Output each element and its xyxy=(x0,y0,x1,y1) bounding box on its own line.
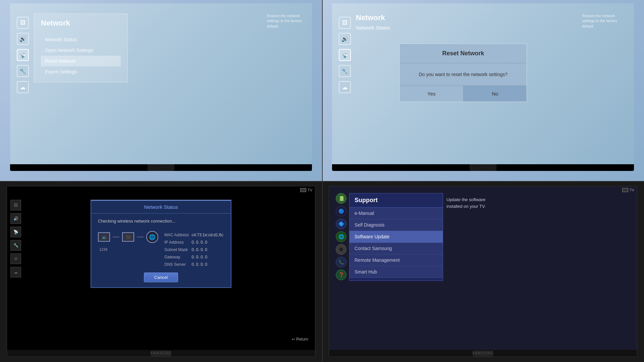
router-box: 📺 xyxy=(98,232,110,242)
tr-main-content: Network Network Status Reset Network Do … xyxy=(356,13,627,34)
tv-base-tr xyxy=(470,164,496,171)
dns-value: 0. 0. 0. 0 xyxy=(192,261,223,268)
tv-screen-top-right: 🖼 🔊 📡 🔧 ☁ Network Network Status Reset N… xyxy=(332,3,634,164)
gateway-row: Gateway 0. 0. 0. 0 xyxy=(164,254,223,260)
support-sidebar-icon-5[interactable]: 📞 xyxy=(336,257,346,267)
mac-row: MAC Address c4:73:1e:cd:d1:6c xyxy=(164,232,223,238)
network-labels-row: 1234 xyxy=(99,246,158,251)
support-item-emanual[interactable]: e-Manual xyxy=(350,207,443,219)
quadrant-top-right: 🖼 🔊 📡 🔧 ☁ Network Network Status Reset N… xyxy=(322,0,644,181)
bl-sidebar-2[interactable]: 🔊 xyxy=(10,213,21,224)
tv-screen-top-left: 🖼 🔊 📡 🔧 ☁ Network Network Status Open Ne… xyxy=(10,3,312,164)
bl-top-bar: TV xyxy=(300,188,312,192)
reset-yes-button[interactable]: Yes xyxy=(400,86,464,102)
support-item-self-diagnosis[interactable]: Self Diagnosis xyxy=(350,219,443,231)
menu-item-network-status-tl[interactable]: Network Status xyxy=(41,34,121,45)
support-sidebar-icon-3[interactable]: 🌐 xyxy=(336,231,346,242)
sidebar-icon-picture[interactable]: 🖼 xyxy=(17,17,29,29)
support-item-contact-samsung[interactable]: Contact Samsung xyxy=(350,243,443,254)
support-sidebar-icon-0[interactable]: 📗 xyxy=(336,193,346,204)
return-bar: ↩ Return xyxy=(292,337,308,342)
sidebar-icon-settings[interactable]: 🔧 xyxy=(17,65,29,77)
support-menu: Support e-Manual Self Diagnosis Software… xyxy=(349,193,443,281)
tv-frame-top-left: 🖼 🔊 📡 🔧 ☁ Network Network Status Open Ne… xyxy=(10,3,312,171)
br-tv-label: TV xyxy=(630,188,634,192)
bl-sidebar-1[interactable]: 🖼 xyxy=(10,200,21,210)
bl-sidebar-4[interactable]: 🔧 xyxy=(10,240,21,251)
network-description-tl: Restore the network settings to the fact… xyxy=(267,13,302,29)
bl-sidebar-5[interactable]: ⚙ xyxy=(10,253,21,264)
network-diagram: 📺 ⬛ 🌐 xyxy=(98,228,158,251)
br-top-bar: TV xyxy=(622,188,634,192)
menu-item-open-network-tl[interactable]: Open Network Settings xyxy=(41,45,121,56)
bl-sidebar-6[interactable]: ☁ xyxy=(10,267,21,278)
support-sidebar-icon-1[interactable]: 🔵 xyxy=(336,206,346,217)
horizontal-divider xyxy=(0,181,644,182)
globe-icon: 🌐 xyxy=(146,231,158,243)
samsung-label-br: SAMSUNG xyxy=(472,351,494,355)
network-description-tr: Restore the network settings to the fact… xyxy=(582,13,617,29)
network-id-label: 1234 xyxy=(99,247,107,251)
network-cancel-button[interactable]: Cancel xyxy=(144,273,178,282)
network-status-dialog-body: Checking wireless network connection... … xyxy=(91,214,231,287)
quadrant-top-left: 🖼 🔊 📡 🔧 ☁ Network Network Status Open Ne… xyxy=(0,0,322,181)
sidebar-icon-picture-tr[interactable]: 🖼 xyxy=(339,17,351,29)
switch-box: ⬛ xyxy=(122,232,134,242)
gateway-value: 0. 0. 0. 0 xyxy=(192,254,223,260)
menu-item-expert-settings-tl[interactable]: Expert Settings xyxy=(41,66,121,77)
support-sidebar-icon-6[interactable]: ❓ xyxy=(336,269,346,280)
support-item-remote-management[interactable]: Remote Management xyxy=(350,254,443,266)
tv-screen-bottom-right: TV 📗 🔵 🔷 🌐 ⚙ 📞 ❓ Support e-Manual Self D… xyxy=(329,186,637,350)
samsung-label-bl: SAMSUNG xyxy=(150,351,172,355)
sidebar-icon-support[interactable]: ☁ xyxy=(17,81,29,93)
menu-item-reset-network-tl[interactable]: Reset Network xyxy=(41,56,121,66)
dns-row: DNS Server 0. 0. 0. 0 xyxy=(164,261,223,268)
mac-label: MAC Address xyxy=(164,232,191,238)
sidebar-icon-settings-tr[interactable]: 🔧 xyxy=(339,65,351,77)
support-sidebar-icon-2[interactable]: 🔷 xyxy=(336,219,346,229)
br-tv-icon xyxy=(622,188,628,192)
return-text: ↩ Return xyxy=(292,337,308,342)
quadrant-bottom-right: TV 📗 🔵 🔷 🌐 ⚙ 📞 ❓ Support e-Manual Self D… xyxy=(322,181,644,362)
reset-dialog-buttons: Yes No xyxy=(400,85,527,102)
globe-node: 🌐 xyxy=(146,231,158,243)
reset-no-button[interactable]: No xyxy=(464,86,527,102)
network-diagram-row: 📺 ⬛ 🌐 xyxy=(98,231,158,243)
support-menu-title: Support xyxy=(350,193,443,207)
gateway-label: Gateway xyxy=(164,254,191,260)
bl-tv-icon xyxy=(300,188,306,192)
reset-network-dialog: Reset Network Do you want to reset the n… xyxy=(399,44,527,102)
network-status-dialog: Network Status Checking wireless network… xyxy=(91,200,231,288)
tv-sidebar-tl: 🖼 🔊 📡 🔧 ☁ xyxy=(17,17,29,93)
sidebar-icon-support-tr[interactable]: ☁ xyxy=(339,81,351,93)
tv-frame-top-right: 🖼 🔊 📡 🔧 ☁ Network Network Status Reset N… xyxy=(332,3,634,171)
support-item-software-update[interactable]: Software Update xyxy=(350,231,443,243)
support-description: Update the software installed on your TV… xyxy=(446,196,486,209)
tv-sidebar-tr: 🖼 🔊 📡 🔧 ☁ xyxy=(339,17,351,93)
network-status-dialog-title: Network Status xyxy=(91,201,231,214)
sidebar-icon-sound-tr[interactable]: 🔊 xyxy=(339,33,351,45)
subnet-row: Subnet Mask 0. 0. 0. 0 xyxy=(164,246,223,253)
tv-base-tl xyxy=(148,164,174,171)
bl-sidebar: 🖼 🔊 📡 🔧 ⚙ ☁ xyxy=(10,200,21,278)
sidebar-icon-network-tr[interactable]: 📡 xyxy=(339,49,351,61)
checking-text: Checking wireless network connection... xyxy=(98,219,224,224)
sidebar-icon-network[interactable]: 📡 xyxy=(17,49,29,61)
support-sidebar-icon-4[interactable]: ⚙ xyxy=(336,244,346,255)
support-sidebar-icons: 📗 🔵 🔷 🌐 ⚙ 📞 ❓ xyxy=(336,193,346,280)
network-title-tl: Network xyxy=(41,19,121,27)
bl-sidebar-3[interactable]: 📡 xyxy=(10,227,21,237)
support-item-smart-hub[interactable]: Smart Hub xyxy=(350,266,443,278)
ip-label: IP Address xyxy=(164,239,191,246)
switch-node: ⬛ xyxy=(122,232,134,242)
ip-row: IP Address 0. 0. 0. 0 xyxy=(164,239,223,246)
tv-screen-bottom-left: TV 🖼 🔊 📡 🔧 ⚙ ☁ Network Status Checking w… xyxy=(7,186,315,350)
sidebar-icon-sound[interactable]: 🔊 xyxy=(17,33,29,45)
network-diagram-section: 📺 ⬛ 🌐 xyxy=(98,228,224,268)
network-details-table: MAC Address c4:73:1e:cd:d1:6c IP Address… xyxy=(164,231,224,268)
reset-dialog-body: Do you want to reset the network setting… xyxy=(400,63,527,85)
bl-tv-label: TV xyxy=(308,188,312,192)
net-line-2 xyxy=(137,237,144,237)
reset-dialog-title: Reset Network xyxy=(400,44,527,63)
menu-bottom-spacer xyxy=(350,278,443,281)
